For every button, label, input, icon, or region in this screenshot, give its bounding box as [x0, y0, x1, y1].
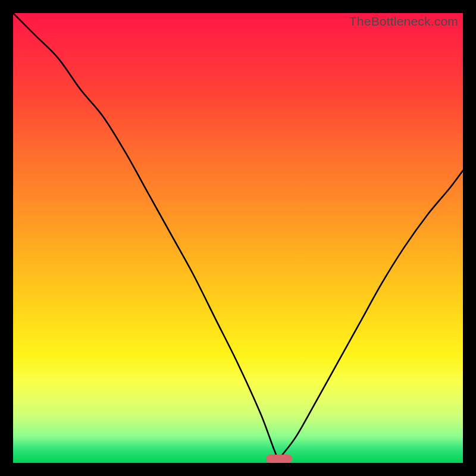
bottleneck-curve: [13, 13, 463, 463]
chart-frame: TheBottleneck.com: [0, 0, 476, 476]
plot-area: TheBottleneck.com: [13, 13, 463, 463]
